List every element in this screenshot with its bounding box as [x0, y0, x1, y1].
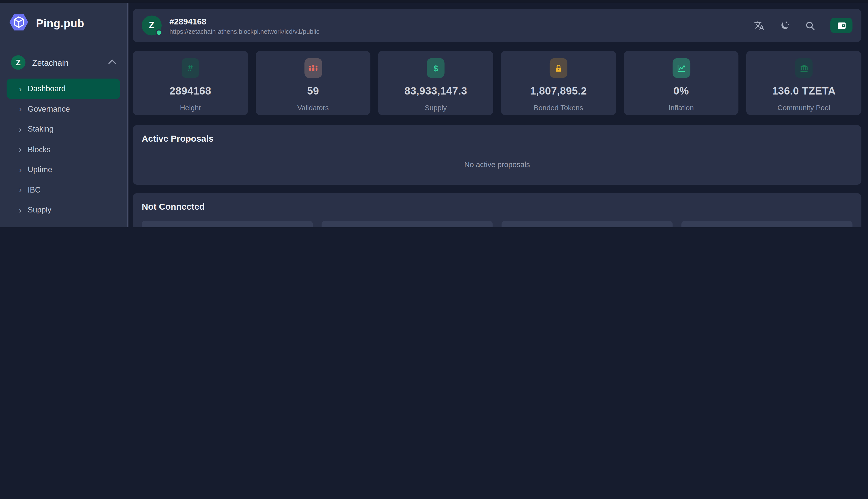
stat-value: 59 [307, 85, 319, 97]
online-status-dot [156, 29, 162, 36]
wallet-card: Not Connected Balance 0 TZETA $0 Staking… [133, 193, 861, 227]
validators-icon [304, 58, 322, 78]
sidebar-item-label: IBC [28, 185, 40, 194]
stat-card-validators: 59 Validators [255, 51, 370, 115]
sidebar-item-label: Supply [28, 205, 51, 214]
zetachain-logo-icon: Z [11, 56, 25, 70]
brand-name: Ping.pub [36, 17, 84, 29]
active-proposals-title: Active Proposals [142, 134, 853, 144]
stat-label: Inflation [668, 103, 694, 112]
stat-value: 136.0 TZETA [772, 85, 836, 97]
chevron-right-icon: › [19, 165, 28, 174]
stats-row: # 2894168 Height 59 Validators $ 83,933,… [133, 51, 861, 115]
wallet-button[interactable] [830, 17, 853, 33]
sidebar-menu: › Dashboard › Governance › Staking › Blo… [0, 75, 127, 227]
chevron-up-icon [108, 60, 116, 67]
chevron-right-icon: › [19, 226, 28, 227]
chart-icon [672, 58, 690, 78]
topbar-actions [754, 17, 853, 33]
block-height: #2894168 [169, 16, 320, 26]
stat-card-inflation: 0% Inflation [623, 51, 739, 115]
chain-initial: Z [149, 20, 155, 31]
chain-logo: Z [142, 15, 162, 35]
stat-label: Supply [425, 103, 447, 112]
block-info: #2894168 https://zetachain-athens.blockp… [169, 16, 320, 35]
chain-name: Zetachain [32, 58, 103, 67]
sidebar-item-label: Staking [28, 124, 54, 133]
chain-selector[interactable]: Z Zetachain [5, 52, 121, 73]
main-content: Z #2894168 https://zetachain-athens.bloc… [133, 0, 861, 227]
wallet-tiles: Balance 0 TZETA $0 Staking 0 TZETA $0 Re… [142, 221, 853, 227]
brand[interactable]: Ping.pub [0, 0, 127, 40]
chevron-right-icon: › [19, 125, 28, 133]
sidebar-item-staking[interactable]: › Staking [7, 119, 120, 139]
sidebar-scrollbar[interactable] [127, 0, 129, 227]
stat-label: Community Pool [777, 103, 830, 112]
dark-mode-icon[interactable] [780, 20, 790, 31]
chevron-right-icon: › [19, 145, 28, 154]
bank-icon [795, 58, 813, 78]
hash-icon: # [181, 58, 199, 78]
stat-value: 2894168 [169, 85, 211, 97]
pingpub-logo-icon [9, 12, 29, 34]
stat-card-community-pool: 136.0 TZETA Community Pool [747, 51, 861, 115]
stat-value: 83,933,147.3 [404, 85, 467, 97]
sidebar-item-label: Blocks [28, 145, 51, 154]
stat-card-height: # 2894168 Height [133, 51, 248, 115]
wallet-icon [837, 22, 846, 29]
sidebar: Ping.pub Z Zetachain › Dashboard › Gover… [0, 0, 127, 227]
sidebar-item-uptime[interactable]: › Uptime [7, 159, 120, 180]
chevron-right-icon: › [19, 105, 28, 113]
chevron-right-icon: › [19, 206, 28, 214]
chevron-right-icon: › [19, 84, 28, 93]
sidebar-item-dashboard[interactable]: › Dashboard [7, 78, 120, 99]
rpc-endpoint: https://zetachain-athens.blockpi.network… [169, 28, 320, 35]
reward-tile: Reward 0 TZETA $0 [502, 221, 673, 227]
balance-tile: Balance 0 TZETA $0 [142, 221, 313, 227]
search-icon[interactable] [805, 20, 816, 31]
sidebar-item-label: Governance [28, 104, 70, 113]
staking-tile: Staking 0 TZETA $0 [322, 221, 492, 227]
sidebar-item-supply[interactable]: › Supply [7, 199, 120, 220]
stat-value: 0% [674, 85, 689, 97]
unbonding-tile: Unbonding 0 TZETA $0 [681, 221, 852, 227]
app-window: Ping.pub Z Zetachain › Dashboard › Gover… [0, 0, 868, 227]
stat-card-bonded-tokens: 1,807,895.2 Bonded Tokens [501, 51, 616, 115]
lock-icon [549, 58, 567, 78]
no-proposals-message: No active proposals [142, 160, 853, 169]
sidebar-item-label: Uptime [28, 165, 52, 174]
stat-label: Validators [297, 103, 329, 112]
stat-value: 1,807,895.2 [530, 85, 587, 97]
stat-label: Bonded Tokens [534, 103, 583, 112]
translate-icon[interactable] [754, 20, 765, 31]
stat-card-supply: $ 83,933,147.3 Supply [378, 51, 493, 115]
dollar-icon: $ [427, 58, 444, 78]
sidebar-item-parameters[interactable]: › Parameters [7, 220, 120, 227]
sidebar-item-governance[interactable]: › Governance [7, 99, 120, 119]
window-top-edge [0, 0, 868, 3]
sidebar-item-ibc[interactable]: › IBC [7, 180, 120, 199]
top-bar: Z #2894168 https://zetachain-athens.bloc… [133, 9, 861, 42]
sidebar-item-label: Dashboard [28, 84, 66, 93]
sidebar-item-blocks[interactable]: › Blocks [7, 139, 120, 159]
wallet-status-title: Not Connected [142, 202, 853, 212]
stat-label: Height [180, 103, 201, 112]
chevron-right-icon: › [19, 185, 28, 194]
active-proposals-card: Active Proposals No active proposals [133, 125, 861, 185]
sidebar-item-label: Parameters [28, 226, 68, 227]
